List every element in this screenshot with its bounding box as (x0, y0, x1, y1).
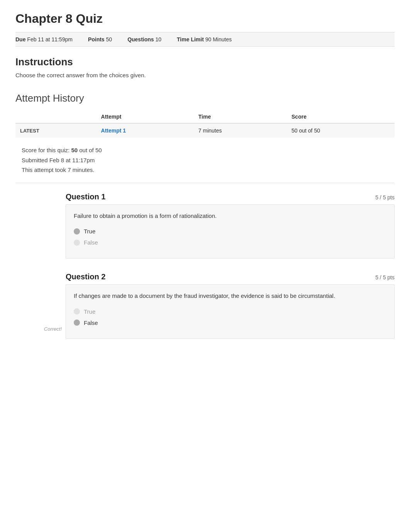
latest-label: LATEST (20, 128, 39, 134)
question-2-title: Question 2 (66, 272, 105, 281)
question-2-option-2: False (74, 320, 386, 326)
question-1-pts: 5 / 5 pts (375, 194, 395, 201)
points-meta: Points 50 (88, 36, 112, 42)
question-1-wrapper: Question 15 / 5 ptsFailure to obtain a p… (15, 192, 395, 259)
question-1-option-1: True (74, 228, 386, 235)
question-2-option-1: True (74, 308, 386, 315)
score-value: 50 (71, 147, 78, 153)
answer-label: True (84, 308, 95, 315)
correct-annotation: Correct! (15, 326, 62, 332)
question-2-body: If changes are made to a document by the… (66, 284, 395, 339)
answer-label: True (84, 228, 95, 235)
answer-label: False (84, 239, 98, 246)
question-1-title: Question 1 (66, 192, 105, 201)
question-2-pts: 5 / 5 pts (375, 274, 395, 280)
due-meta: Due Feb 11 at 11:59pm (15, 36, 73, 42)
question-1-option-2: False (74, 239, 386, 246)
answer-label: False (84, 320, 98, 326)
instructions-heading: Instructions (15, 56, 395, 68)
col-header-time: Time (194, 110, 287, 123)
question-2-block: Question 25 / 5 ptsIf changes are made t… (66, 272, 395, 339)
attempt-history-table: Attempt Time Score LATEST Attempt 1 7 mi… (15, 110, 395, 138)
question-1-body: Failure to obtain a promotion is a form … (66, 204, 395, 259)
attempt-time: 7 minutes (194, 123, 287, 138)
question-2-wrapper: Question 25 / 5 ptsIf changes are made t… (15, 272, 395, 339)
questions-container: Question 15 / 5 ptsFailure to obtain a p… (15, 192, 395, 339)
col-header-tag (15, 110, 97, 123)
table-row: LATEST Attempt 1 7 minutes 50 out of 50 (15, 123, 395, 138)
questions-meta: Questions 10 (127, 36, 161, 42)
question-1-block: Question 15 / 5 ptsFailure to obtain a p… (66, 192, 395, 259)
score-summary: Score for this quiz: 50 out of 50 Submit… (15, 138, 395, 183)
col-header-score: Score (287, 110, 395, 123)
attempt-link[interactable]: Attempt 1 (101, 127, 126, 134)
submitted-line: Submitted Feb 8 at 11:17pm (22, 155, 388, 165)
question-1-header: Question 15 / 5 pts (66, 192, 395, 204)
quiz-meta-bar: Due Feb 11 at 11:59pm Points 50 Question… (15, 32, 395, 47)
score-line: Score for this quiz: 50 out of 50 (22, 145, 388, 155)
attempt-score: 50 out of 50 (287, 123, 395, 138)
duration-line: This attempt took 7 minutes. (22, 165, 388, 175)
question-1-text: Failure to obtain a promotion is a form … (74, 212, 386, 221)
radio-circle-icon (74, 228, 80, 235)
question-2-text: If changes are made to a document by the… (74, 292, 386, 301)
radio-circle-icon (74, 320, 80, 326)
radio-circle-icon (74, 240, 80, 246)
attempt-history-title: Attempt History (15, 92, 395, 104)
instructions-body: Choose the correct answer from the choic… (15, 72, 395, 78)
time-limit-meta: Time Limit 90 Minutes (177, 36, 232, 42)
question-2-header: Question 25 / 5 pts (66, 272, 395, 284)
col-header-attempt: Attempt (97, 110, 194, 123)
quiz-title: Chapter 8 Quiz (15, 12, 395, 26)
radio-circle-icon (74, 308, 80, 314)
